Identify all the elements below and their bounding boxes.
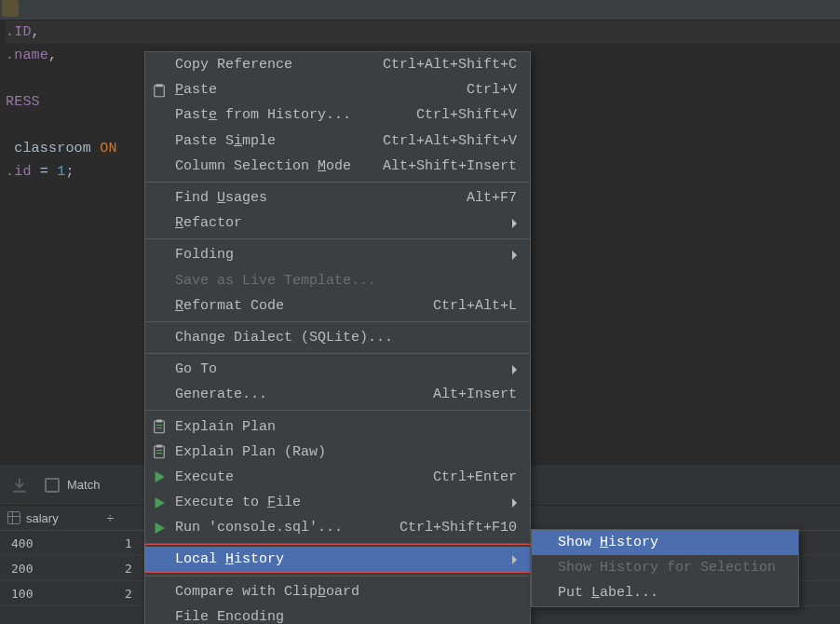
menu-separator bbox=[145, 543, 530, 544]
cell: 2 bbox=[125, 562, 132, 576]
submenu-show-history-selection: Show History for Selection bbox=[532, 555, 798, 580]
menu-run-console[interactable]: Run 'console.sql'...Ctrl+Shift+F10 bbox=[145, 515, 530, 540]
svg-rect-5 bbox=[156, 445, 162, 448]
menu-explain-plan[interactable]: Explain Plan bbox=[145, 414, 530, 439]
menu-item-label: Refactor bbox=[175, 215, 512, 231]
menu-separator bbox=[145, 410, 530, 411]
grid-column-name: salary bbox=[26, 511, 59, 525]
menu-item-label: Put Label... bbox=[558, 585, 785, 601]
menu-item-shortcut: Ctrl+Alt+L bbox=[433, 298, 517, 314]
menu-separator bbox=[145, 576, 530, 577]
menu-item-shortcut: Alt+Insert bbox=[433, 387, 517, 402]
menu-item-label: Show History for Selection bbox=[558, 560, 785, 576]
menu-item-shortcut: Ctrl+Enter bbox=[433, 469, 517, 485]
menu-separator bbox=[145, 353, 530, 354]
menu-item-label: Explain Plan (Raw) bbox=[175, 444, 517, 460]
menu-item-label: Generate... bbox=[175, 387, 433, 402]
menu-item-shortcut: Ctrl+Shift+F10 bbox=[400, 520, 517, 536]
menu-item-shortcut: Ctrl+Shift+V bbox=[416, 107, 517, 123]
toolbar-badge-icon bbox=[2, 0, 19, 17]
menu-item-label: Explain Plan bbox=[175, 419, 517, 435]
menu-local-history[interactable]: Local History bbox=[145, 547, 530, 572]
menu-item-label: Save as Live Template... bbox=[175, 273, 517, 289]
menu-item-shortcut: Ctrl+Alt+Shift+V bbox=[383, 133, 517, 149]
match-label: Match bbox=[67, 478, 100, 492]
cell: 1 bbox=[125, 536, 132, 550]
menu-item-label: Paste bbox=[175, 82, 467, 98]
menu-item-label: Folding bbox=[175, 247, 512, 263]
menu-compare-clipboard[interactable]: Compare with Clipboard bbox=[145, 579, 530, 604]
menu-change-dialect[interactable]: Change Dialect (SQLite)... bbox=[145, 325, 530, 350]
svg-rect-1 bbox=[155, 86, 165, 97]
menu-column-selection[interactable]: Column Selection ModeAlt+Shift+Insert bbox=[145, 154, 530, 179]
submenu-put-label[interactable]: Put Label... bbox=[532, 580, 798, 605]
menu-reformat[interactable]: Reformat CodeCtrl+Alt+L bbox=[145, 293, 530, 319]
editor-toolbar bbox=[0, 0, 840, 20]
menu-item-label: Paste Simple bbox=[175, 133, 383, 149]
submenu-arrow-icon bbox=[512, 219, 517, 228]
submenu-show-history[interactable]: Show History bbox=[532, 530, 798, 555]
menu-item-label: Column Selection Mode bbox=[175, 158, 383, 174]
menu-paste[interactable]: PasteCtrl+V bbox=[145, 77, 530, 102]
menu-separator bbox=[145, 182, 530, 183]
menu-save-live-template: Save as Live Template... bbox=[145, 268, 530, 293]
menu-execute[interactable]: ExecuteCtrl+Enter bbox=[145, 465, 530, 490]
menu-item-label: Local History bbox=[175, 551, 512, 567]
cell: 2 bbox=[125, 587, 132, 601]
table-icon bbox=[7, 511, 20, 524]
editor-line[interactable]: .ID, bbox=[6, 20, 840, 44]
menu-find-usages[interactable]: Find UsagesAlt+F7 bbox=[145, 185, 530, 210]
menu-refactor[interactable]: Refactor bbox=[145, 210, 530, 236]
menu-item-shortcut: Ctrl+V bbox=[467, 82, 517, 98]
cell: 400 bbox=[11, 536, 125, 550]
menu-item-label: Reformat Code bbox=[175, 298, 433, 314]
svg-rect-4 bbox=[155, 446, 165, 458]
menu-item-shortcut: Alt+Shift+Insert bbox=[383, 158, 517, 174]
menu-separator bbox=[145, 321, 530, 322]
submenu-arrow-icon bbox=[512, 555, 517, 564]
menu-paste-simple[interactable]: Paste SimpleCtrl+Alt+Shift+V bbox=[145, 129, 530, 154]
menu-execute-to-file[interactable]: Execute to File bbox=[145, 490, 530, 515]
menu-item-label: Copy Reference bbox=[175, 57, 383, 73]
menu-item-label: Run 'console.sql'... bbox=[175, 520, 400, 536]
cell: 200 bbox=[11, 562, 125, 576]
menu-item-shortcut: Alt+F7 bbox=[467, 190, 517, 206]
sort-indicator[interactable]: ÷ bbox=[107, 511, 114, 525]
menu-explain-plan-raw[interactable]: Explain Plan (Raw) bbox=[145, 440, 530, 465]
submenu-arrow-icon bbox=[512, 498, 517, 508]
menu-item-label: Paste from History... bbox=[175, 107, 416, 123]
menu-go-to[interactable]: Go To bbox=[145, 357, 530, 382]
menu-item-label: Compare with Clipboard bbox=[175, 584, 517, 600]
local-history-submenu: Show HistoryShow History for SelectionPu… bbox=[531, 529, 799, 607]
menu-item-label: Execute to File bbox=[175, 495, 512, 510]
menu-item-label: Find Usages bbox=[175, 190, 467, 206]
menu-item-shortcut: Ctrl+Alt+Shift+C bbox=[383, 57, 517, 73]
menu-generate[interactable]: Generate...Alt+Insert bbox=[145, 382, 530, 407]
menu-file-encoding[interactable]: File Encoding bbox=[145, 604, 530, 624]
submenu-arrow-icon bbox=[512, 365, 517, 374]
menu-item-label: Execute bbox=[175, 469, 433, 485]
submenu-arrow-icon bbox=[512, 251, 517, 260]
menu-item-label: File Encoding bbox=[175, 609, 517, 624]
menu-separator bbox=[145, 238, 530, 239]
download-icon[interactable] bbox=[11, 477, 28, 494]
menu-copy-reference[interactable]: Copy ReferenceCtrl+Alt+Shift+C bbox=[145, 52, 530, 77]
cell: 100 bbox=[11, 587, 125, 601]
menu-item-label: Go To bbox=[175, 361, 512, 377]
svg-rect-3 bbox=[156, 420, 162, 423]
svg-rect-2 bbox=[155, 421, 165, 433]
menu-paste-history[interactable]: Paste from History...Ctrl+Shift+V bbox=[145, 102, 530, 128]
menu-folding[interactable]: Folding bbox=[145, 242, 530, 267]
context-menu: Copy ReferenceCtrl+Alt+Shift+CPasteCtrl+… bbox=[144, 51, 531, 624]
menu-item-label: Change Dialect (SQLite)... bbox=[175, 330, 517, 346]
menu-item-label: Show History bbox=[558, 535, 785, 550]
match-checkbox[interactable] bbox=[45, 478, 60, 493]
